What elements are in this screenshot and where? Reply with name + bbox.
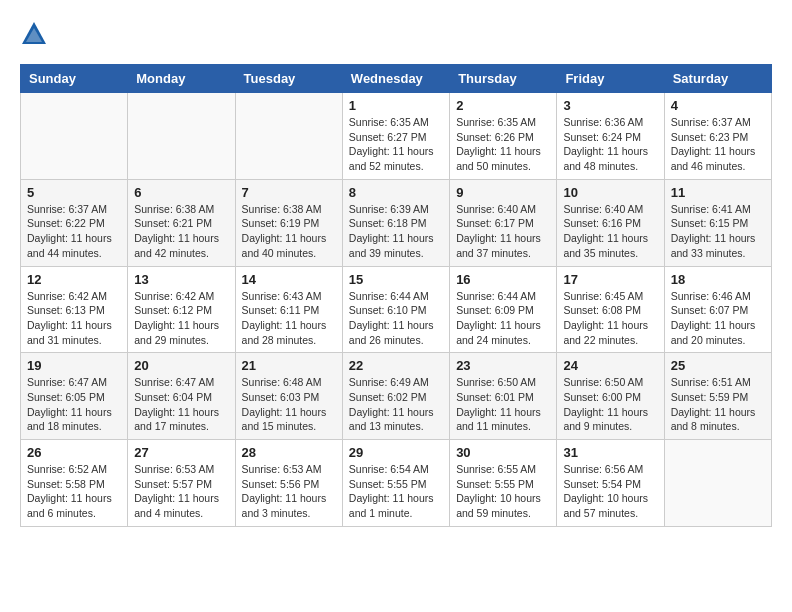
day-info: Sunrise: 6:37 AM Sunset: 6:22 PM Dayligh… <box>27 202 121 261</box>
weekday-header-thursday: Thursday <box>450 65 557 93</box>
day-info: Sunrise: 6:47 AM Sunset: 6:04 PM Dayligh… <box>134 375 228 434</box>
day-number: 12 <box>27 272 121 287</box>
day-number: 4 <box>671 98 765 113</box>
weekday-header-saturday: Saturday <box>664 65 771 93</box>
day-info: Sunrise: 6:42 AM Sunset: 6:13 PM Dayligh… <box>27 289 121 348</box>
day-number: 6 <box>134 185 228 200</box>
calendar-cell: 27Sunrise: 6:53 AM Sunset: 5:57 PM Dayli… <box>128 440 235 527</box>
day-number: 3 <box>563 98 657 113</box>
day-number: 16 <box>456 272 550 287</box>
day-number: 13 <box>134 272 228 287</box>
calendar-cell: 29Sunrise: 6:54 AM Sunset: 5:55 PM Dayli… <box>342 440 449 527</box>
day-number: 5 <box>27 185 121 200</box>
calendar-cell <box>128 93 235 180</box>
page-header <box>20 20 772 48</box>
day-number: 22 <box>349 358 443 373</box>
day-number: 21 <box>242 358 336 373</box>
day-number: 17 <box>563 272 657 287</box>
day-number: 11 <box>671 185 765 200</box>
calendar-cell: 6Sunrise: 6:38 AM Sunset: 6:21 PM Daylig… <box>128 179 235 266</box>
day-info: Sunrise: 6:37 AM Sunset: 6:23 PM Dayligh… <box>671 115 765 174</box>
calendar-cell: 3Sunrise: 6:36 AM Sunset: 6:24 PM Daylig… <box>557 93 664 180</box>
day-info: Sunrise: 6:41 AM Sunset: 6:15 PM Dayligh… <box>671 202 765 261</box>
day-info: Sunrise: 6:46 AM Sunset: 6:07 PM Dayligh… <box>671 289 765 348</box>
calendar-cell: 19Sunrise: 6:47 AM Sunset: 6:05 PM Dayli… <box>21 353 128 440</box>
day-info: Sunrise: 6:44 AM Sunset: 6:09 PM Dayligh… <box>456 289 550 348</box>
week-row-3: 12Sunrise: 6:42 AM Sunset: 6:13 PM Dayli… <box>21 266 772 353</box>
calendar-cell: 10Sunrise: 6:40 AM Sunset: 6:16 PM Dayli… <box>557 179 664 266</box>
weekday-header-tuesday: Tuesday <box>235 65 342 93</box>
week-row-2: 5Sunrise: 6:37 AM Sunset: 6:22 PM Daylig… <box>21 179 772 266</box>
day-info: Sunrise: 6:47 AM Sunset: 6:05 PM Dayligh… <box>27 375 121 434</box>
day-info: Sunrise: 6:53 AM Sunset: 5:56 PM Dayligh… <box>242 462 336 521</box>
day-info: Sunrise: 6:42 AM Sunset: 6:12 PM Dayligh… <box>134 289 228 348</box>
calendar-cell: 9Sunrise: 6:40 AM Sunset: 6:17 PM Daylig… <box>450 179 557 266</box>
day-number: 9 <box>456 185 550 200</box>
day-number: 1 <box>349 98 443 113</box>
day-number: 2 <box>456 98 550 113</box>
weekday-header-friday: Friday <box>557 65 664 93</box>
day-info: Sunrise: 6:53 AM Sunset: 5:57 PM Dayligh… <box>134 462 228 521</box>
day-info: Sunrise: 6:54 AM Sunset: 5:55 PM Dayligh… <box>349 462 443 521</box>
day-number: 31 <box>563 445 657 460</box>
calendar-cell: 15Sunrise: 6:44 AM Sunset: 6:10 PM Dayli… <box>342 266 449 353</box>
day-number: 10 <box>563 185 657 200</box>
calendar-cell: 11Sunrise: 6:41 AM Sunset: 6:15 PM Dayli… <box>664 179 771 266</box>
day-number: 23 <box>456 358 550 373</box>
day-info: Sunrise: 6:40 AM Sunset: 6:17 PM Dayligh… <box>456 202 550 261</box>
calendar-cell: 22Sunrise: 6:49 AM Sunset: 6:02 PM Dayli… <box>342 353 449 440</box>
day-number: 8 <box>349 185 443 200</box>
calendar-cell <box>21 93 128 180</box>
day-info: Sunrise: 6:49 AM Sunset: 6:02 PM Dayligh… <box>349 375 443 434</box>
day-number: 25 <box>671 358 765 373</box>
logo-icon <box>20 20 48 48</box>
calendar-cell: 24Sunrise: 6:50 AM Sunset: 6:00 PM Dayli… <box>557 353 664 440</box>
day-info: Sunrise: 6:38 AM Sunset: 6:19 PM Dayligh… <box>242 202 336 261</box>
day-number: 30 <box>456 445 550 460</box>
weekday-header-monday: Monday <box>128 65 235 93</box>
day-number: 28 <box>242 445 336 460</box>
day-number: 29 <box>349 445 443 460</box>
day-info: Sunrise: 6:48 AM Sunset: 6:03 PM Dayligh… <box>242 375 336 434</box>
day-info: Sunrise: 6:50 AM Sunset: 6:00 PM Dayligh… <box>563 375 657 434</box>
day-number: 15 <box>349 272 443 287</box>
day-number: 14 <box>242 272 336 287</box>
calendar-cell: 18Sunrise: 6:46 AM Sunset: 6:07 PM Dayli… <box>664 266 771 353</box>
calendar-table: SundayMondayTuesdayWednesdayThursdayFrid… <box>20 64 772 527</box>
calendar-cell: 31Sunrise: 6:56 AM Sunset: 5:54 PM Dayli… <box>557 440 664 527</box>
calendar-cell: 30Sunrise: 6:55 AM Sunset: 5:55 PM Dayli… <box>450 440 557 527</box>
day-number: 26 <box>27 445 121 460</box>
calendar-cell: 26Sunrise: 6:52 AM Sunset: 5:58 PM Dayli… <box>21 440 128 527</box>
calendar-cell: 4Sunrise: 6:37 AM Sunset: 6:23 PM Daylig… <box>664 93 771 180</box>
day-info: Sunrise: 6:43 AM Sunset: 6:11 PM Dayligh… <box>242 289 336 348</box>
calendar-cell <box>664 440 771 527</box>
calendar-cell: 17Sunrise: 6:45 AM Sunset: 6:08 PM Dayli… <box>557 266 664 353</box>
week-row-4: 19Sunrise: 6:47 AM Sunset: 6:05 PM Dayli… <box>21 353 772 440</box>
day-info: Sunrise: 6:50 AM Sunset: 6:01 PM Dayligh… <box>456 375 550 434</box>
calendar-cell: 12Sunrise: 6:42 AM Sunset: 6:13 PM Dayli… <box>21 266 128 353</box>
calendar-cell: 16Sunrise: 6:44 AM Sunset: 6:09 PM Dayli… <box>450 266 557 353</box>
calendar-cell: 14Sunrise: 6:43 AM Sunset: 6:11 PM Dayli… <box>235 266 342 353</box>
calendar-cell: 13Sunrise: 6:42 AM Sunset: 6:12 PM Dayli… <box>128 266 235 353</box>
calendar-cell: 5Sunrise: 6:37 AM Sunset: 6:22 PM Daylig… <box>21 179 128 266</box>
day-info: Sunrise: 6:38 AM Sunset: 6:21 PM Dayligh… <box>134 202 228 261</box>
day-number: 20 <box>134 358 228 373</box>
calendar-cell: 28Sunrise: 6:53 AM Sunset: 5:56 PM Dayli… <box>235 440 342 527</box>
logo <box>20 20 52 48</box>
calendar-cell: 1Sunrise: 6:35 AM Sunset: 6:27 PM Daylig… <box>342 93 449 180</box>
calendar-cell: 25Sunrise: 6:51 AM Sunset: 5:59 PM Dayli… <box>664 353 771 440</box>
day-info: Sunrise: 6:44 AM Sunset: 6:10 PM Dayligh… <box>349 289 443 348</box>
day-info: Sunrise: 6:45 AM Sunset: 6:08 PM Dayligh… <box>563 289 657 348</box>
day-info: Sunrise: 6:40 AM Sunset: 6:16 PM Dayligh… <box>563 202 657 261</box>
calendar-cell: 20Sunrise: 6:47 AM Sunset: 6:04 PM Dayli… <box>128 353 235 440</box>
week-row-1: 1Sunrise: 6:35 AM Sunset: 6:27 PM Daylig… <box>21 93 772 180</box>
weekday-header-wednesday: Wednesday <box>342 65 449 93</box>
calendar-cell: 21Sunrise: 6:48 AM Sunset: 6:03 PM Dayli… <box>235 353 342 440</box>
calendar-cell <box>235 93 342 180</box>
day-number: 19 <box>27 358 121 373</box>
day-number: 18 <box>671 272 765 287</box>
weekday-header-sunday: Sunday <box>21 65 128 93</box>
day-info: Sunrise: 6:56 AM Sunset: 5:54 PM Dayligh… <box>563 462 657 521</box>
calendar-cell: 23Sunrise: 6:50 AM Sunset: 6:01 PM Dayli… <box>450 353 557 440</box>
calendar-cell: 2Sunrise: 6:35 AM Sunset: 6:26 PM Daylig… <box>450 93 557 180</box>
